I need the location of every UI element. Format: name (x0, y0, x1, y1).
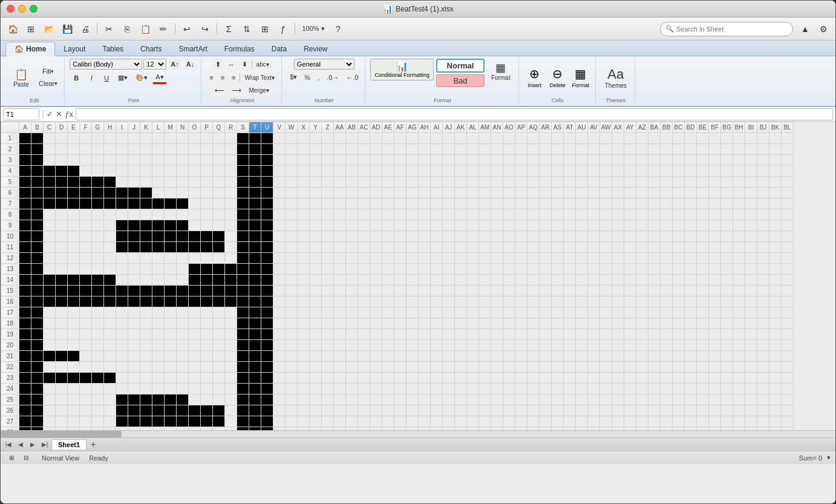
cell-AG7[interactable] (407, 198, 419, 209)
cell-AV24[interactable] (588, 384, 600, 394)
cell-BL2[interactable] (782, 144, 794, 155)
cell-U8[interactable] (261, 209, 273, 220)
cell-P5[interactable] (201, 177, 213, 188)
cell-W27[interactable] (286, 416, 298, 427)
cell-BI2[interactable] (745, 144, 757, 155)
cell-AW23[interactable] (600, 373, 612, 384)
cell-S25[interactable] (237, 394, 249, 405)
cell-M2[interactable] (165, 144, 177, 155)
cell-AJ16[interactable] (443, 296, 455, 307)
cell-AI19[interactable] (431, 329, 443, 340)
cell-N22[interactable] (177, 362, 189, 373)
cell-BK1[interactable] (769, 133, 782, 144)
cell-AA23[interactable] (334, 373, 346, 384)
cell-AN12[interactable] (491, 253, 503, 264)
cell-AK18[interactable] (455, 318, 467, 329)
cell-V13[interactable] (273, 264, 286, 275)
cell-BK22[interactable] (769, 362, 782, 373)
cell-B5[interactable] (31, 177, 44, 188)
cell-BG11[interactable] (721, 242, 733, 253)
cell-AS14[interactable] (552, 275, 564, 286)
cell-AC14[interactable] (358, 275, 370, 286)
cell-AY26[interactable] (624, 405, 636, 416)
cell-N25[interactable] (177, 394, 189, 405)
cell-R10[interactable] (225, 231, 237, 242)
cell-BB18[interactable] (661, 318, 673, 329)
cell-AX5[interactable] (612, 177, 624, 188)
cell-AQ21[interactable] (527, 351, 540, 362)
cell-AA14[interactable] (334, 275, 346, 286)
cell-AS4[interactable] (552, 166, 564, 177)
cell-AH6[interactable] (419, 188, 431, 198)
cell-AC23[interactable] (358, 373, 370, 384)
row-header-27[interactable]: 27 (1, 416, 19, 427)
cell-P6[interactable] (201, 188, 213, 198)
cell-F26[interactable] (80, 405, 92, 416)
cell-B15[interactable] (31, 286, 44, 296)
cell-AZ27[interactable] (636, 416, 648, 427)
cell-E25[interactable] (68, 394, 80, 405)
cell-AS15[interactable] (552, 286, 564, 296)
cell-K5[interactable] (140, 177, 152, 188)
cell-BD20[interactable] (685, 340, 697, 351)
cell-AB5[interactable] (346, 177, 358, 188)
cell-F15[interactable] (80, 286, 92, 296)
cell-AN13[interactable] (491, 264, 503, 275)
cell-BB26[interactable] (661, 405, 673, 416)
cell-Z23[interactable] (322, 373, 334, 384)
cell-BB9[interactable] (661, 220, 673, 231)
cell-J1[interactable] (128, 133, 140, 144)
cell-AQ3[interactable] (527, 155, 540, 166)
cell-BC26[interactable] (673, 405, 685, 416)
cell-AH21[interactable] (419, 351, 431, 362)
cell-E26[interactable] (68, 405, 80, 416)
cell-BG3[interactable] (721, 155, 733, 166)
cell-AV16[interactable] (588, 296, 600, 307)
cell-AB23[interactable] (346, 373, 358, 384)
cell-AD18[interactable] (370, 318, 382, 329)
cell-F11[interactable] (80, 242, 92, 253)
cell-BC12[interactable] (673, 253, 685, 264)
cell-AO14[interactable] (503, 275, 515, 286)
cell-I8[interactable] (116, 209, 128, 220)
cell-P7[interactable] (201, 198, 213, 209)
cell-P23[interactable] (201, 373, 213, 384)
cell-N10[interactable] (177, 231, 189, 242)
cell-AI3[interactable] (431, 155, 443, 166)
cell-AC13[interactable] (358, 264, 370, 275)
cell-AY3[interactable] (624, 155, 636, 166)
cell-M11[interactable] (165, 242, 177, 253)
cell-L2[interactable] (152, 144, 165, 155)
cell-AA3[interactable] (334, 155, 346, 166)
cell-AZ8[interactable] (636, 209, 648, 220)
cell-V7[interactable] (273, 198, 286, 209)
cell-N15[interactable] (177, 286, 189, 296)
print-button[interactable]: 🖨 (77, 21, 94, 38)
cell-P24[interactable] (201, 384, 213, 394)
cell-Z12[interactable] (322, 253, 334, 264)
cell-C11[interactable] (44, 242, 56, 253)
cell-AV9[interactable] (588, 220, 600, 231)
cell-C20[interactable] (44, 340, 56, 351)
cell-I2[interactable] (116, 144, 128, 155)
cell-AF25[interactable] (394, 394, 407, 405)
cell-H20[interactable] (104, 340, 116, 351)
cell-T13[interactable] (249, 264, 261, 275)
cell-A23[interactable] (19, 373, 31, 384)
row-header-18[interactable]: 18 (1, 318, 19, 329)
cell-BD17[interactable] (685, 307, 697, 318)
cell-BF18[interactable] (709, 318, 721, 329)
cell-AI7[interactable] (431, 198, 443, 209)
cell-AG9[interactable] (407, 220, 419, 231)
cell-B21[interactable] (31, 351, 44, 362)
cell-B11[interactable] (31, 242, 44, 253)
cell-BK23[interactable] (769, 373, 782, 384)
cell-G5[interactable] (92, 177, 104, 188)
cell-Q1[interactable] (213, 133, 225, 144)
cell-Z20[interactable] (322, 340, 334, 351)
themes-btn[interactable]: Aa Themes (601, 64, 631, 91)
cell-M15[interactable] (165, 286, 177, 296)
cell-AK5[interactable] (455, 177, 467, 188)
normal-view-btn[interactable]: ⊞ (5, 453, 18, 463)
cell-K22[interactable] (140, 362, 152, 373)
